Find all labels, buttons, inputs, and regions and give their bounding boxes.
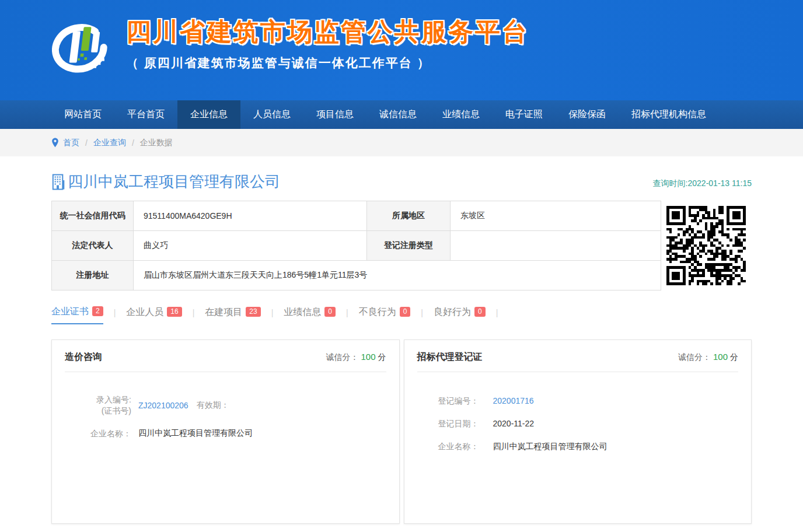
registration-number-link[interactable]: 202001716 xyxy=(493,394,534,407)
breadcrumb-separator: / xyxy=(132,138,134,148)
nav-item-personnel-info[interactable]: 人员信息 xyxy=(240,100,303,129)
credit-score: 诚信分：100分 xyxy=(326,352,386,363)
registration-date-label: 登记日期： xyxy=(438,417,485,430)
company-title: 四川中岚工程项目管理有限公司 xyxy=(51,172,280,192)
breadcrumb-bar: 首页 / 企业查询 / 企业数据 xyxy=(0,129,803,156)
main-nav: 网站首页 平台首页 企业信息 人员信息 项目信息 诚信信息 业绩信息 电子证照 … xyxy=(0,100,803,129)
breadcrumb-current: 企业数据 xyxy=(140,138,173,148)
nav-item-enterprise-info[interactable]: 企业信息 xyxy=(177,100,240,129)
count-badge: 0 xyxy=(474,307,486,317)
enterprise-name-value: 四川中岚工程项目管理有限公司 xyxy=(138,428,253,439)
card-title: 造价咨询 xyxy=(65,351,102,363)
registration-date-value: 2020-11-22 xyxy=(493,417,535,430)
tab-separator: | xyxy=(114,308,116,323)
company-info-table: 统一社会信用代码 91511400MA6420GE9H 所属地区 东坡区 法定代… xyxy=(51,201,661,290)
validity-label: 有效期： xyxy=(197,400,229,411)
info-label: 所属地区 xyxy=(367,201,451,231)
location-pin-icon xyxy=(51,138,59,148)
nav-item-platform-home[interactable]: 平台首页 xyxy=(114,100,177,129)
credit-score: 诚信分：100分 xyxy=(678,352,738,363)
certificate-card-bidding-agency: 招标代理登记证 诚信分：100分 登记编号： 202001716 登记日期： 2… xyxy=(404,340,752,524)
qr-box xyxy=(661,201,752,290)
company-name: 四川中岚工程项目管理有限公司 xyxy=(68,172,280,192)
count-badge: 0 xyxy=(400,307,411,317)
tab-enterprise-certificates[interactable]: 企业证书 2 xyxy=(51,306,103,324)
tab-good-behavior[interactable]: 良好行为 0 xyxy=(434,306,486,324)
enterprise-name-label: 企业名称： xyxy=(64,428,131,439)
legal-rep-value: 曲义巧 xyxy=(134,231,367,261)
main-content: 四川中岚工程项目管理有限公司 查询时间:2022-01-13 11:15 统一社… xyxy=(51,172,752,524)
site-title: 四川省建筑市场监管公共服务平台 xyxy=(126,15,529,49)
tab-separator: | xyxy=(496,308,498,323)
score-value: 100 xyxy=(361,352,375,362)
registration-type-value xyxy=(451,231,661,261)
table-row: 统一社会信用代码 91511400MA6420GE9H 所属地区 东坡区 xyxy=(52,201,661,231)
tab-separator: | xyxy=(346,308,348,323)
card-title: 招标代理登记证 xyxy=(417,351,483,363)
tab-projects-under-construction[interactable]: 在建项目 23 xyxy=(205,306,260,324)
region-value: 东坡区 xyxy=(451,201,661,231)
nav-item-home[interactable]: 网站首页 xyxy=(51,100,114,129)
query-time: 查询时间:2022-01-13 11:15 xyxy=(653,178,752,192)
tab-separator: | xyxy=(193,308,195,323)
tab-separator: | xyxy=(271,308,274,323)
count-badge: 2 xyxy=(92,306,103,316)
nav-item-e-certificate[interactable]: 电子证照 xyxy=(493,100,556,129)
count-badge: 16 xyxy=(167,307,181,317)
credit-code-value: 91511400MA6420GE9H xyxy=(134,201,367,231)
certificate-card-cost-consulting: 造价咨询 诚信分：100分 录入编号: (证书号) ZJ202100206 有效… xyxy=(51,340,400,524)
building-icon xyxy=(51,174,65,190)
table-row: 注册地址 眉山市东坡区眉州大道东三段天天向上186号5幢1单元11层3号 xyxy=(52,261,661,290)
nav-item-bidding-agency[interactable]: 招标代理机构信息 xyxy=(619,100,719,129)
nav-item-project-info[interactable]: 项目信息 xyxy=(303,100,366,129)
info-label: 登记注册类型 xyxy=(367,231,451,261)
info-label: 法定代表人 xyxy=(52,231,134,261)
info-label: 注册地址 xyxy=(52,261,134,290)
registration-number-label: 登记编号： xyxy=(438,394,485,407)
info-label: 统一社会信用代码 xyxy=(52,201,134,231)
breadcrumb-separator: / xyxy=(85,138,88,148)
nav-item-performance-info[interactable]: 业绩信息 xyxy=(430,100,493,129)
tab-enterprise-personnel[interactable]: 企业人员 16 xyxy=(126,306,181,324)
count-badge: 23 xyxy=(246,307,260,317)
site-header: 四川省建筑市场监管公共服务平台 （ 原四川省建筑市场监管与诚信一体化工作平台 ） xyxy=(0,0,803,100)
score-value: 100 xyxy=(713,352,728,362)
breadcrumb-home[interactable]: 首页 xyxy=(63,138,79,148)
site-subtitle: （ 原四川省建筑市场监管与诚信一体化工作平台 ） xyxy=(126,55,529,71)
count-badge: 0 xyxy=(324,307,336,317)
address-value: 眉山市东坡区眉州大道东三段天天向上186号5幢1单元11层3号 xyxy=(134,261,661,290)
certificate-number-link[interactable]: ZJ202100206 xyxy=(138,401,188,410)
tabs-row: 企业证书 2 | 企业人员 16 | 在建项目 23 | 业绩信息 0 | 不良… xyxy=(51,306,752,324)
site-logo xyxy=(51,20,111,82)
entry-number-label: 录入编号: (证书号) xyxy=(64,394,131,416)
tab-performance-info[interactable]: 业绩信息 0 xyxy=(284,306,336,324)
tab-bad-behavior[interactable]: 不良行为 0 xyxy=(359,306,411,324)
enterprise-name-value: 四川中岚工程项目管理有限公司 xyxy=(493,440,608,453)
qr-code xyxy=(666,206,746,285)
nav-item-credit-info[interactable]: 诚信信息 xyxy=(366,100,430,129)
enterprise-name-label: 企业名称： xyxy=(438,440,485,453)
breadcrumb: 首页 / 企业查询 / 企业数据 xyxy=(51,129,752,156)
breadcrumb-enterprise-query[interactable]: 企业查询 xyxy=(93,138,126,148)
table-row: 法定代表人 曲义巧 登记注册类型 xyxy=(52,231,661,261)
tab-separator: | xyxy=(421,308,423,323)
nav-item-insurance[interactable]: 保险保函 xyxy=(556,100,619,129)
